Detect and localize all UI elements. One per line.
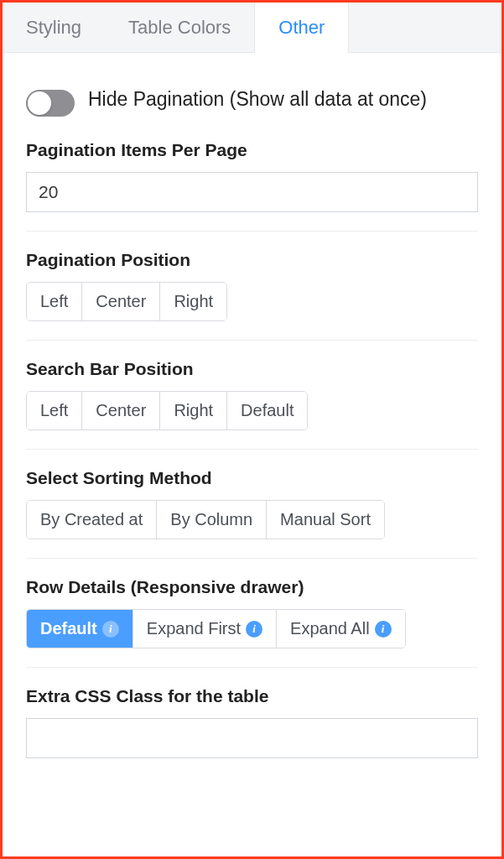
pagination-position-group: Left Center Right [26, 282, 227, 321]
info-icon: i [375, 621, 392, 638]
search-pos-center[interactable]: Center [82, 392, 160, 430]
search-bar-position-group: Left Center Right Default [26, 391, 308, 430]
info-icon: i [102, 621, 119, 638]
search-pos-default[interactable]: Default [227, 392, 307, 430]
row-details-group: Default i Expand First i Expand All i [26, 609, 406, 648]
hide-pagination-toggle[interactable] [26, 90, 75, 117]
tab-table-colors[interactable]: Table Colors [105, 3, 254, 52]
row-details-expand-all-text: Expand All [290, 619, 370, 638]
pagination-pos-right[interactable]: Right [160, 283, 226, 320]
info-icon: i [246, 621, 262, 638]
section-items-per-page: Pagination Items Per Page [26, 140, 478, 232]
hide-pagination-row: Hide Pagination (Show all data at once) [26, 86, 478, 117]
sort-by-created[interactable]: By Created at [27, 501, 157, 539]
sort-manual[interactable]: Manual Sort [267, 501, 384, 539]
search-pos-left[interactable]: Left [27, 392, 82, 430]
row-details-expand-first-text: Expand First [147, 619, 241, 638]
sort-by-column[interactable]: By Column [157, 501, 267, 539]
pagination-pos-center[interactable]: Center [82, 283, 160, 320]
section-search-bar-position: Search Bar Position Left Center Right De… [26, 359, 478, 450]
items-per-page-label: Pagination Items Per Page [26, 140, 478, 160]
row-details-default[interactable]: Default i [27, 610, 133, 648]
row-details-default-text: Default [40, 619, 97, 638]
section-sorting-method: Select Sorting Method By Created at By C… [26, 468, 478, 559]
row-details-label: Row Details (Responsive drawer) [26, 577, 478, 597]
section-extra-css: Extra CSS Class for the table [26, 686, 478, 777]
pagination-position-label: Pagination Position [26, 250, 478, 270]
tab-content-other: Hide Pagination (Show all data at once) … [3, 53, 501, 856]
search-pos-right[interactable]: Right [160, 392, 227, 430]
tabs-bar: Styling Table Colors Other [3, 3, 501, 53]
pagination-pos-left[interactable]: Left [27, 283, 82, 320]
items-per-page-input[interactable] [26, 172, 478, 212]
toggle-knob [28, 91, 51, 115]
sorting-method-label: Select Sorting Method [26, 468, 478, 488]
extra-css-label: Extra CSS Class for the table [26, 686, 478, 706]
row-details-expand-first[interactable]: Expand First i [133, 610, 277, 648]
sorting-method-group: By Created at By Column Manual Sort [26, 500, 385, 539]
hide-pagination-label: Hide Pagination (Show all data at once) [88, 86, 427, 112]
section-row-details: Row Details (Responsive drawer) Default … [26, 577, 478, 668]
extra-css-input[interactable] [26, 718, 478, 758]
row-details-expand-all[interactable]: Expand All i [277, 610, 405, 648]
settings-panel-frame: Styling Table Colors Other Hide Paginati… [0, 0, 504, 859]
section-pagination-position: Pagination Position Left Center Right [26, 250, 478, 341]
tab-styling[interactable]: Styling [3, 3, 105, 52]
search-bar-position-label: Search Bar Position [26, 359, 478, 379]
tab-other[interactable]: Other [254, 3, 349, 53]
